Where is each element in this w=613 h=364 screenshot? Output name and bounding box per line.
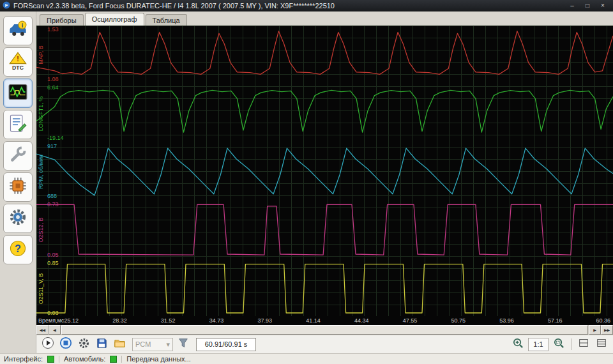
- sidebar-button-log-table[interactable]: [3, 110, 33, 139]
- horizontal-scrollbar[interactable]: ◀◀ ◀ ▶ ▶▶: [36, 325, 613, 335]
- toolbar: PCM ▾ 60.91/60.91 s 1:1: [36, 335, 613, 353]
- x-tick-label: 47.55: [403, 317, 418, 324]
- vehicle-label: Автомобиль:: [64, 355, 105, 363]
- x-axis: Время,мс 25.1228.3231.5234.7337.9341.144…: [36, 316, 613, 325]
- interface-status-led: [47, 356, 54, 363]
- sidebar: i !DTC: [0, 11, 36, 353]
- x-tick-label: 50.75: [451, 317, 465, 324]
- x-tick-label: 44.34: [354, 317, 369, 324]
- scrollbar-thumb[interactable]: [61, 325, 588, 335]
- dtc-icon: !DTC: [8, 51, 27, 73]
- chevron-down-icon: ▾: [166, 340, 170, 349]
- svg-text:F: F: [5, 3, 8, 8]
- x-tick-label: 41.14: [306, 317, 321, 324]
- zoom-selection-icon: [553, 337, 565, 352]
- folder-icon: [114, 337, 126, 352]
- help-icon: ?: [8, 239, 27, 261]
- zoom-in-button[interactable]: [510, 337, 526, 352]
- svg-text:DTC: DTC: [12, 64, 24, 70]
- oscilloscope-plot[interactable]: 1.531.08MAP, B6.64-19.14LONGFT1, %917688…: [36, 26, 613, 325]
- settings-gear-icon: [8, 208, 27, 229]
- scale-one-to-one-button[interactable]: 1:1: [528, 338, 549, 351]
- tab-table[interactable]: Таблица: [146, 14, 187, 26]
- service-wrench-icon: [8, 145, 27, 167]
- scope-canvas: [36, 26, 613, 316]
- close-button[interactable]: ×: [595, 0, 610, 11]
- floppy-icon: [96, 337, 108, 352]
- sidebar-button-help[interactable]: ?: [3, 235, 33, 264]
- x-tick-label: 34.73: [209, 317, 224, 324]
- svg-text:i: i: [22, 22, 24, 29]
- x-tick-label: 60.36: [596, 317, 611, 324]
- play-button[interactable]: [40, 337, 56, 352]
- scroll-far-right-button[interactable]: ▶▶: [601, 325, 613, 335]
- filter-icon: [178, 337, 189, 351]
- x-tick-label: 57.16: [548, 317, 563, 324]
- sidebar-button-vehicle-info[interactable]: i: [3, 16, 33, 45]
- zoom-selection-button[interactable]: [551, 337, 566, 352]
- tab-instruments[interactable]: Приборы: [40, 14, 84, 26]
- sidebar-button-programming[interactable]: [3, 172, 33, 202]
- status-bar: Интерфейс: Автомобиль: Передача данных..…: [0, 353, 613, 364]
- sidebar-button-settings[interactable]: [3, 204, 33, 233]
- module-select-dropdown[interactable]: PCM ▾: [132, 338, 173, 351]
- x-axis-title: Время,мс: [38, 317, 64, 324]
- scope-settings-button[interactable]: [76, 337, 91, 352]
- x-tick-label: 37.93: [257, 317, 272, 324]
- split-view-button[interactable]: [576, 337, 591, 352]
- window-title: FORScan v2.3.38 beta, Ford Focus DURATEC…: [13, 2, 335, 10]
- play-icon: [42, 337, 54, 352]
- svg-text:?: ?: [15, 243, 21, 254]
- maximize-button[interactable]: □: [580, 0, 595, 11]
- x-tick-label: 25.12: [64, 317, 79, 324]
- time-display-field[interactable]: 60.91/60.91 s: [196, 338, 256, 351]
- programming-chip-icon: [8, 176, 27, 198]
- sidebar-button-oscilloscope[interactable]: [3, 79, 33, 108]
- scroll-right-button[interactable]: ▶: [589, 325, 601, 335]
- save-button[interactable]: [94, 337, 109, 352]
- vehicle-info-icon: i: [8, 20, 27, 42]
- sidebar-button-service[interactable]: [3, 141, 33, 171]
- gear-icon: [78, 337, 90, 352]
- module-select-value: PCM: [135, 340, 151, 348]
- zoom-in-icon: [512, 337, 524, 352]
- stacked-view-button[interactable]: [594, 337, 609, 352]
- sidebar-button-dtc[interactable]: !DTC: [3, 47, 33, 77]
- toolbar-divider: [571, 338, 571, 350]
- activity-text: Передача данных...: [126, 355, 190, 363]
- app-icon: F: [3, 0, 10, 11]
- svg-text:!: !: [17, 56, 19, 63]
- log-table-icon: [8, 114, 27, 135]
- split-view-icon: [578, 337, 589, 351]
- minimize-button[interactable]: –: [564, 0, 580, 11]
- stop-icon: [59, 337, 72, 352]
- vehicle-status-led: [110, 356, 117, 363]
- title-bar: F FORScan v2.3.38 beta, Ford Focus DURAT…: [0, 0, 613, 11]
- x-tick-label: 28.32: [112, 317, 127, 324]
- status-divider: [121, 356, 122, 363]
- stacked-view-icon: [596, 337, 607, 351]
- x-tick-label: 31.52: [161, 317, 176, 324]
- stop-button[interactable]: [58, 337, 73, 352]
- open-file-button[interactable]: [112, 337, 127, 352]
- oscilloscope-icon: [8, 82, 27, 104]
- status-divider: [59, 356, 59, 363]
- scroll-left-button[interactable]: ◀: [49, 325, 61, 335]
- forscan-window: F FORScan v2.3.38 beta, Ford Focus DURAT…: [0, 0, 613, 364]
- signal-filter-button[interactable]: [176, 337, 191, 352]
- scroll-far-left-button[interactable]: ◀◀: [36, 325, 49, 335]
- tab-oscilloscope[interactable]: Осциллограф: [85, 13, 144, 26]
- tab-bar: Приборы Осциллограф Таблица: [36, 11, 613, 26]
- interface-label: Интерфейс:: [4, 355, 43, 363]
- x-tick-label: 53.96: [499, 317, 514, 324]
